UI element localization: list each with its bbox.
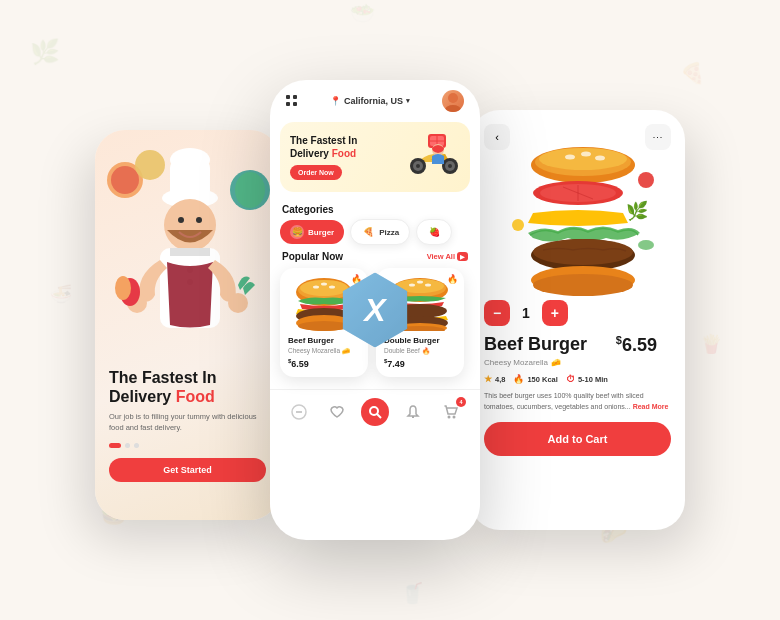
- svg-point-28: [445, 105, 461, 112]
- svg-point-17: [178, 217, 184, 223]
- arrow-right-icon: ▶: [457, 252, 468, 261]
- user-avatar[interactable]: [442, 90, 464, 112]
- search-nav-icon[interactable]: [361, 398, 389, 426]
- order-now-button[interactable]: Order Now: [290, 165, 342, 180]
- get-started-button[interactable]: Get Started: [109, 458, 266, 482]
- double-burger-price: $7.49: [384, 358, 456, 369]
- svg-point-12: [235, 172, 265, 208]
- heart-nav-icon[interactable]: [323, 398, 351, 426]
- tagline: The Fastest In Delivery Food: [109, 368, 266, 406]
- svg-point-61: [370, 407, 378, 415]
- subtitle-text: Our job is to filling your tummy with de…: [109, 412, 266, 433]
- svg-point-54: [425, 284, 431, 287]
- popular-title: Popular Now: [282, 251, 343, 262]
- svg-point-82: [512, 219, 524, 231]
- svg-text:🥗: 🥗: [350, 1, 375, 25]
- svg-point-15: [170, 148, 210, 172]
- clock-icon: ⏱: [566, 374, 575, 384]
- cart-badge: 4: [456, 397, 466, 407]
- svg-point-10: [135, 150, 165, 180]
- bottom-navigation: 4: [270, 389, 480, 434]
- beef-burger-price: $6.59: [288, 358, 360, 369]
- phone-right: ‹ ···: [470, 110, 685, 530]
- svg-point-52: [409, 284, 415, 287]
- popular-header: Popular Now View All ▶: [270, 251, 480, 268]
- read-more-link[interactable]: Read More: [633, 403, 669, 410]
- dot-3: [134, 443, 139, 448]
- svg-line-62: [377, 414, 381, 418]
- svg-point-64: [448, 416, 451, 419]
- svg-text:🌿: 🌿: [626, 200, 649, 222]
- detail-stats-row: ★ 4,8 🔥 150 Kcal ⏱ 5-10 Min: [484, 374, 671, 384]
- scooter-illustration: [400, 132, 460, 182]
- svg-point-24: [228, 293, 248, 313]
- center-status-bar: 📍 California, US ▾: [270, 80, 480, 116]
- pizza-cat-icon: 🍕: [361, 225, 375, 239]
- svg-point-38: [448, 164, 452, 168]
- app-scene: 🌿 🍕 🍔 🌮 🍜 🍟 🥗 🥤: [0, 0, 780, 620]
- svg-text:🍜: 🍜: [50, 283, 73, 305]
- qty-minus-button[interactable]: −: [484, 300, 510, 326]
- burger-hero-image: 🌿: [478, 145, 678, 300]
- banner-text-area: The Fastest In Delivery Food Order Now: [290, 134, 400, 180]
- svg-text:🍟: 🍟: [700, 333, 723, 355]
- svg-point-26: [115, 276, 131, 300]
- svg-point-80: [638, 172, 654, 188]
- minus-nav-icon[interactable]: [285, 398, 313, 426]
- svg-point-42: [300, 280, 348, 296]
- banner-title: The Fastest In Delivery Food: [290, 134, 400, 160]
- detail-price-value: $6.59: [616, 334, 657, 356]
- bell-nav-icon[interactable]: [399, 398, 427, 426]
- view-all-link[interactable]: View All ▶: [427, 252, 468, 261]
- detail-content: − 1 + Beef Burger $6.59 Cheesy Mozarella…: [470, 300, 685, 470]
- svg-point-43: [313, 286, 319, 289]
- svg-rect-20: [170, 248, 210, 256]
- menu-icon[interactable]: [286, 95, 298, 107]
- name-price-row: Beef Burger $6.59: [484, 334, 671, 358]
- more-icon: ···: [653, 132, 664, 142]
- svg-point-18: [196, 217, 202, 223]
- dot-1: [109, 443, 121, 448]
- location-pin-icon: 📍: [330, 96, 341, 106]
- svg-point-68: [539, 148, 627, 170]
- category-strawberry[interactable]: 🍓: [416, 219, 452, 245]
- calories-stat: 🔥 150 Kcal: [513, 374, 557, 384]
- cart-nav-icon[interactable]: 4: [437, 398, 465, 426]
- qty-plus-button[interactable]: +: [542, 300, 568, 326]
- chef-illustration-area: [95, 130, 280, 360]
- svg-point-70: [581, 152, 591, 157]
- burger-cat-icon: 🍔: [290, 225, 304, 239]
- left-phone-content: The Fastest In Delivery Food Our job is …: [95, 360, 280, 496]
- svg-point-27: [448, 93, 458, 103]
- svg-point-79: [533, 274, 633, 296]
- svg-text:🍕: 🍕: [680, 61, 705, 85]
- add-to-cart-button[interactable]: Add to Cart: [484, 422, 671, 456]
- svg-point-35: [416, 164, 420, 168]
- back-icon: ‹: [495, 131, 499, 143]
- svg-point-53: [417, 281, 423, 284]
- svg-point-77: [533, 239, 633, 265]
- svg-point-71: [595, 156, 605, 161]
- svg-point-45: [329, 286, 335, 289]
- categories-list: 🍔 Burger 🍕 Pizza 🍓: [270, 219, 480, 251]
- promo-banner: The Fastest In Delivery Food Order Now: [280, 122, 470, 192]
- svg-point-16: [164, 199, 216, 251]
- category-burger[interactable]: 🍔 Burger: [280, 220, 344, 244]
- svg-text:🥤: 🥤: [400, 581, 425, 605]
- svg-point-83: [638, 240, 654, 250]
- location-badge[interactable]: 📍 California, US ▾: [330, 96, 410, 106]
- svg-point-69: [565, 155, 575, 160]
- double-burger-desc: Double Beef 🔥: [384, 347, 456, 355]
- category-pizza[interactable]: 🍕 Pizza: [350, 219, 410, 245]
- svg-point-44: [321, 283, 327, 286]
- svg-point-9: [111, 166, 139, 194]
- double-burger-name: Double Burger: [384, 336, 456, 345]
- time-stat: ⏱ 5-10 Min: [566, 374, 608, 384]
- carousel-dots: [109, 443, 266, 448]
- quantity-selector: − 1 +: [484, 300, 671, 326]
- phone-left: The Fastest In Delivery Food Our job is …: [95, 130, 280, 520]
- detail-subtitle: Cheesy Mozarella 🧀: [484, 358, 671, 367]
- star-icon: ★: [484, 374, 492, 384]
- beef-burger-desc: Cheesy Mozarella 🧀: [288, 347, 360, 355]
- detail-food-name: Beef Burger: [484, 334, 587, 355]
